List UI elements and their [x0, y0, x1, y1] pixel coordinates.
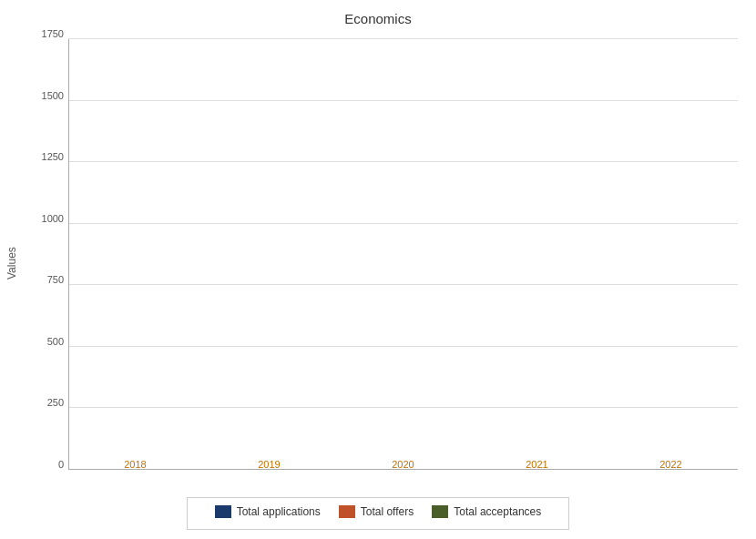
grid-label: 250 — [47, 397, 64, 408]
legend-label: Total applications — [237, 505, 321, 518]
x-axis-line — [68, 469, 738, 470]
year-group: 2020 — [336, 39, 470, 470]
chart-container: Economics Values 02505007501000125015001… — [0, 0, 756, 539]
grid-label: 1000 — [42, 213, 64, 224]
year-group: 2021 — [470, 39, 604, 470]
grid-label: 500 — [47, 336, 64, 347]
y-axis-line — [68, 39, 69, 470]
year-group: 2022 — [604, 39, 738, 470]
plot-area: 02505007501000125015001750 2018201920202… — [27, 30, 756, 497]
grid-label: 1500 — [42, 90, 64, 101]
grid-label: 0 — [58, 459, 64, 470]
grid-label: 750 — [47, 274, 64, 285]
legend-label: Total offers — [361, 505, 414, 518]
legend-item: Total acceptances — [432, 505, 541, 518]
legend-color-box — [215, 505, 231, 518]
legend-item: Total offers — [339, 505, 414, 518]
legend-item: Total applications — [215, 505, 321, 518]
chart-area: Values 02505007501000125015001750 201820… — [0, 30, 756, 497]
legend-label: Total acceptances — [454, 505, 541, 518]
grid-label: 1250 — [42, 151, 64, 162]
year-group: 2019 — [202, 39, 336, 470]
chart-title: Economics — [344, 11, 411, 26]
legend: Total applicationsTotal offersTotal acce… — [187, 497, 569, 530]
y-axis-label: Values — [0, 30, 27, 497]
legend-color-box — [339, 505, 355, 518]
bars-container: 20182019202020212022 — [68, 39, 738, 470]
year-group: 2018 — [68, 39, 202, 470]
legend-color-box — [432, 505, 448, 518]
grid-label: 1750 — [42, 28, 64, 39]
